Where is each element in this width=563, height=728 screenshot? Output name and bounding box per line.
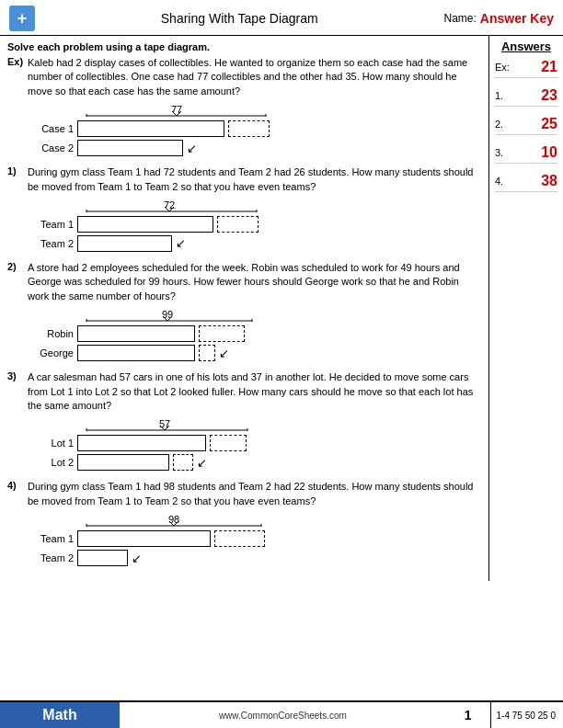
problem-3-block: 3) A car salesman had 57 cars in one of …: [7, 370, 481, 471]
example-diagram: 77 Case 1 Case 2 ↙: [35, 102, 481, 156]
example-row-1: Case 1: [35, 120, 481, 137]
problem-3-label-1: Lot 1: [35, 438, 74, 449]
example-brace-svg: 77: [77, 102, 289, 119]
example-label-2: Case 2: [35, 142, 74, 154]
problem-4-brace: 98: [35, 512, 481, 530]
problem-2-label-2: George: [35, 347, 74, 358]
problem-1-block: 1) During gym class Team 1 had 72 studen…: [7, 165, 481, 252]
name-label: Name:: [444, 12, 477, 25]
problem-4-bar-solid-1: [77, 530, 211, 547]
problem-2-brace-svg: 99: [77, 307, 275, 324]
footer-page: 1: [446, 702, 490, 728]
footer-subject: Math: [0, 702, 120, 728]
problem-4-header: 4) During gym class Team 1 had 98 studen…: [7, 480, 481, 508]
problem-3-bar-dashed-2: [173, 454, 193, 471]
problem-2-bar-solid-2: [77, 345, 195, 361]
problem-3-num: 3): [7, 370, 24, 413]
logo-icon: +: [9, 6, 35, 31]
problem-3-row-2: Lot 2 ↙: [35, 454, 481, 471]
problem-1-bar-solid-1: [77, 216, 213, 233]
problem-3-brace: 57: [35, 416, 481, 435]
answer-value-ex: 21: [541, 59, 557, 75]
problem-1-brace-svg: 72: [77, 198, 280, 214]
problem-3-bar-solid-1: [77, 435, 206, 451]
example-row-2: Case 2 ↙: [35, 140, 481, 156]
answer-row-2: 2. 25: [495, 116, 557, 135]
problem-3-text: A car salesman had 57 cars in one of his…: [28, 370, 481, 413]
page-title: Sharing With Tape Diagram: [35, 11, 444, 26]
problem-3-bar-dashed-1: [210, 435, 247, 451]
problem-2-bar-dashed-1: [199, 325, 245, 342]
answer-label-ex: Ex:: [495, 62, 510, 73]
example-num: Ex): [7, 56, 24, 98]
problem-2-bar-solid-1: [77, 325, 195, 342]
answer-label-2: 2.: [495, 119, 503, 130]
svg-text:99: 99: [162, 309, 173, 320]
problem-1-row-2: Team 2 ↙: [35, 235, 481, 252]
problem-2-label-1: Robin: [35, 328, 74, 339]
problem-1-bar-dashed-1: [217, 216, 259, 233]
footer-website: www.CommonCoreSheets.com: [120, 702, 446, 728]
problem-4-bar-dashed-1: [214, 530, 265, 547]
answers-panel: Answers Ex: 21 1. 23 2. 25 3. 10 4. 38: [489, 36, 563, 581]
problem-4-num: 4): [7, 480, 24, 508]
problem-3-row-1: Lot 1: [35, 435, 481, 451]
problem-2-brace: 99: [35, 307, 481, 325]
svg-text:72: 72: [164, 199, 175, 210]
problem-4-arrow: ↙: [132, 552, 142, 565]
example-block: Ex) Kaleb had 2 display cases of collect…: [7, 56, 481, 156]
problem-4-bar-solid-2: [77, 550, 128, 566]
example-brace: 77: [35, 102, 481, 120]
problem-1-brace: 72: [35, 198, 481, 216]
problem-2-row-1: Robin: [35, 325, 481, 342]
example-arrow: ↙: [187, 142, 197, 155]
answer-row-1: 1. 23: [495, 87, 557, 107]
answer-value-1: 23: [541, 87, 557, 104]
problem-2-header: 2) A store had 2 employees scheduled for…: [7, 261, 481, 303]
problem-3-bar-solid-2: [77, 454, 169, 471]
svg-text:57: 57: [159, 418, 170, 429]
example-bar-solid-2: [77, 140, 183, 156]
problem-2-text: A store had 2 employees scheduled for th…: [28, 261, 481, 303]
problem-1-arrow: ↙: [176, 236, 186, 250]
problem-1-bar-solid-2: [77, 235, 172, 252]
footer-stats: 1-4 75 50 25 0: [490, 702, 564, 728]
problem-3-label-2: Lot 2: [35, 457, 74, 468]
answer-row-4: 4. 38: [495, 173, 557, 192]
example-text: Kaleb had 2 display cases of collectible…: [28, 56, 481, 98]
problem-3-brace-svg: 57: [77, 416, 270, 433]
answer-label-4: 4.: [495, 176, 503, 187]
example-bar-dashed-1: [228, 120, 270, 137]
answer-label-1: 1.: [495, 90, 503, 101]
answer-value-2: 25: [541, 116, 557, 132]
problem-4-block: 4) During gym class Team 1 had 98 studen…: [7, 480, 481, 566]
example-label-1: Case 1: [35, 123, 74, 134]
problem-4-label-1: Team 1: [35, 533, 74, 544]
page-footer: Math www.CommonCoreSheets.com 1 1-4 75 5…: [0, 700, 563, 728]
problem-1-row-1: Team 1: [35, 216, 481, 233]
problem-3-header: 3) A car salesman had 57 cars in one of …: [7, 370, 481, 413]
problem-4-diagram: 98 Team 1 Team 2 ↙: [35, 512, 481, 566]
problem-2-bar-dashed-2: [199, 345, 215, 361]
answer-value-4: 38: [541, 173, 557, 189]
answer-row-3: 3. 10: [495, 144, 557, 164]
main-container: Solve each problem using a tape diagram.…: [0, 36, 563, 581]
answer-value-3: 10: [541, 144, 557, 161]
instructions: Solve each problem using a tape diagram.: [7, 41, 481, 52]
problem-2-arrow: ↙: [219, 347, 229, 360]
answer-row-ex: Ex: 21: [495, 59, 557, 78]
content-area: Solve each problem using a tape diagram.…: [0, 36, 489, 581]
problem-2-num: 2): [7, 261, 24, 303]
problem-4-brace-svg: 98: [77, 512, 284, 529]
problem-1-label-2: Team 2: [35, 238, 74, 249]
example-header: Ex) Kaleb had 2 display cases of collect…: [7, 56, 481, 98]
problem-3-arrow: ↙: [197, 456, 207, 470]
answer-label-3: 3.: [495, 147, 503, 158]
page-header: + Sharing With Tape Diagram Name: Answer…: [0, 0, 563, 36]
svg-text:98: 98: [168, 514, 179, 525]
svg-text:77: 77: [171, 104, 182, 115]
problem-1-text: During gym class Team 1 had 72 students …: [28, 165, 481, 194]
problem-4-label-2: Team 2: [35, 552, 74, 563]
problem-2-row-2: George ↙: [35, 345, 481, 361]
problem-1-header: 1) During gym class Team 1 had 72 studen…: [7, 165, 481, 194]
